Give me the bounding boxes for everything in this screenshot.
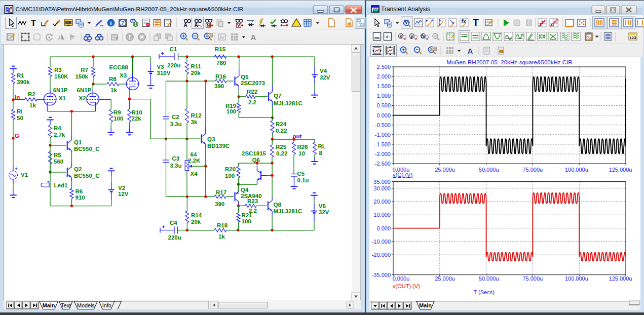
svg-text:R1: R1: [17, 72, 24, 78]
svg-text:?: ?: [121, 20, 124, 26]
svg-text:100: 100: [226, 108, 236, 114]
svg-text:0.22: 0.22: [276, 128, 287, 134]
svg-text:C5: C5: [297, 171, 305, 177]
svg-text:Q6: Q6: [252, 157, 260, 163]
svg-text:R22: R22: [247, 89, 257, 95]
svg-text:V: V: [237, 23, 240, 28]
svg-text:64: 64: [191, 151, 197, 158]
svg-text:R8: R8: [109, 76, 117, 82]
svg-text:Q8: Q8: [274, 202, 282, 208]
svg-text:BC550_C: BC550_C: [74, 173, 100, 179]
svg-text:150K: 150K: [54, 73, 68, 80]
svg-text:Q7: Q7: [274, 93, 281, 99]
svg-text:R4: R4: [54, 125, 61, 131]
svg-text:R14: R14: [191, 212, 202, 218]
svg-text:2.2: 2.2: [249, 208, 257, 214]
svg-text:2.2: 2.2: [248, 99, 256, 105]
svg-text:X3: X3: [120, 72, 127, 78]
svg-text:-1.000: -1.000: [375, 132, 391, 138]
svg-text:-20.000: -20.000: [372, 252, 391, 258]
svg-text:125.000u: 125.000u: [609, 167, 632, 173]
svg-text:Models: Models: [77, 302, 95, 308]
svg-text:G: G: [15, 133, 19, 139]
svg-text:0.000u: 0.000u: [393, 275, 410, 282]
svg-text:R5: R5: [54, 152, 61, 158]
svg-text:MuGen-RH2007-05_20kHz-square&5: MuGen-RH2007-05_20kHz-square&500kHz.CIR: [446, 59, 572, 65]
svg-text:X1: X1: [59, 95, 66, 101]
svg-text:fx: fx: [421, 34, 426, 39]
svg-text:123: 123: [629, 35, 636, 40]
svg-text:0.1u: 0.1u: [297, 177, 309, 183]
svg-text:1.000: 1.000: [376, 93, 391, 99]
svg-text:RL: RL: [318, 143, 326, 149]
svg-text:R24: R24: [276, 121, 287, 127]
svg-text:2.2K: 2.2K: [188, 158, 201, 164]
svg-text:Main: Main: [43, 302, 55, 308]
svg-text:V3: V3: [157, 64, 164, 70]
svg-text:0.000: 0.000: [376, 112, 391, 119]
svg-text:Q3: Q3: [207, 136, 215, 142]
svg-text:R11: R11: [191, 63, 202, 69]
svg-text:Ri: Ri: [17, 108, 23, 114]
svg-text:A: A: [183, 22, 187, 28]
svg-text:390: 390: [214, 83, 224, 89]
svg-text:30.000: 30.000: [373, 185, 391, 191]
svg-text:R15: R15: [215, 46, 226, 52]
svg-text:Main: Main: [419, 302, 432, 308]
svg-text:Q1: Q1: [74, 139, 82, 145]
svg-text:50.000u: 50.000u: [479, 167, 499, 173]
svg-text:R7: R7: [81, 67, 88, 73]
svg-text:X4: X4: [191, 171, 198, 177]
svg-text:125.000u: 125.000u: [609, 275, 632, 282]
svg-text:R19: R19: [225, 103, 236, 109]
svg-text:-2.500: -2.500: [375, 161, 391, 167]
svg-text:10.000: 10.000: [373, 212, 391, 218]
svg-text:R25: R25: [276, 144, 287, 150]
svg-text:C4: C4: [170, 220, 177, 226]
svg-text:X2: X2: [79, 95, 86, 101]
svg-text:R12: R12: [191, 112, 202, 119]
svg-text:20k: 20k: [191, 219, 201, 225]
svg-text:6N1P: 6N1P: [77, 87, 92, 93]
svg-text:i: i: [110, 20, 111, 27]
svg-text:C2: C2: [172, 114, 179, 120]
svg-text:22k: 22k: [132, 115, 142, 122]
svg-text:R6: R6: [75, 188, 83, 194]
svg-text:v(G) (V): v(G) (V): [393, 172, 412, 178]
svg-text:-0.500: -0.500: [375, 122, 391, 128]
svg-text:out: out: [293, 133, 302, 139]
svg-text:100: 100: [431, 48, 436, 51]
svg-text:100: 100: [113, 115, 123, 122]
svg-text:R3: R3: [54, 67, 62, 73]
svg-text:Led1: Led1: [54, 182, 68, 188]
svg-text:25.000u: 25.000u: [435, 167, 455, 173]
svg-text:2.500: 2.500: [376, 64, 391, 70]
svg-text:R17: R17: [216, 189, 226, 195]
svg-text:R26: R26: [297, 144, 308, 150]
svg-text:ECC88: ECC88: [109, 64, 129, 70]
svg-text:v(OUT) (V): v(OUT) (V): [393, 283, 420, 289]
svg-text:N: N: [207, 23, 210, 28]
svg-text:2SC1815: 2SC1815: [242, 150, 267, 156]
svg-text:50: 50: [17, 115, 23, 121]
svg-text:75.000u: 75.000u: [522, 275, 543, 282]
svg-text:560: 560: [54, 159, 63, 165]
svg-text:V1: V1: [21, 172, 28, 178]
svg-text:C:\MC11\DATA\Petrov\Hibrid\MuG: C:\MC11\DATA\Petrov\Hibrid\MuGen\MuGen-R…: [16, 6, 244, 13]
svg-text:R10: R10: [132, 109, 142, 115]
svg-text:A: A: [194, 22, 198, 28]
svg-text:T: T: [31, 18, 36, 28]
svg-text:780: 780: [216, 60, 226, 66]
svg-text:1k: 1k: [110, 87, 117, 93]
svg-text:T (Secs): T (Secs): [474, 289, 495, 295]
svg-text:MJL3281C: MJL3281C: [274, 100, 302, 106]
svg-text:35.000: 35.000: [373, 179, 391, 185]
svg-text:0.22: 0.22: [276, 150, 287, 156]
svg-text:y: y: [410, 34, 413, 39]
svg-text:0.500: 0.500: [376, 102, 391, 108]
svg-text:-35.000: -35.000: [372, 272, 391, 278]
svg-text:2.7k: 2.7k: [54, 132, 65, 138]
svg-text:12V: 12V: [118, 191, 129, 197]
svg-text:220u: 220u: [167, 62, 180, 68]
svg-text:Q5: Q5: [241, 74, 249, 80]
